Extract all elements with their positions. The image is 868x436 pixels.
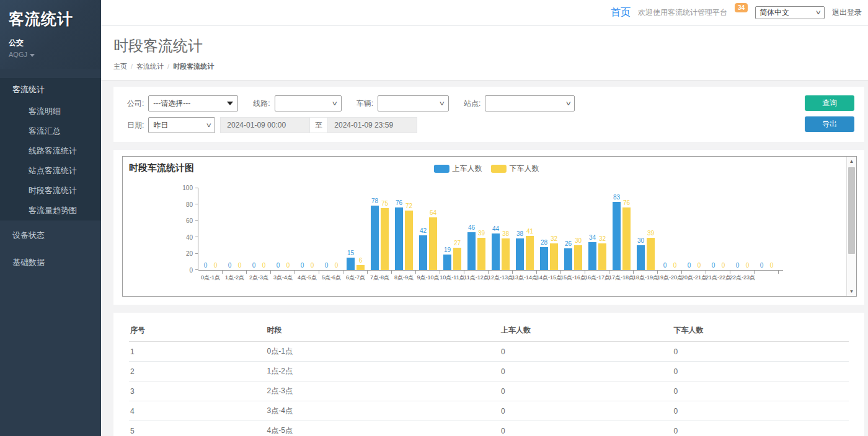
- bar[interactable]: [453, 248, 461, 270]
- table-cell: 0点-1点: [266, 342, 500, 362]
- notification-badge[interactable]: 34: [735, 3, 748, 12]
- bar-wrap: 46: [467, 224, 476, 270]
- table-column-header: 下车人数: [673, 319, 849, 342]
- filter-row-date: 日期: 昨日 ˅ 2024-01-09 00:00 至 2024-01-09 2…: [127, 117, 575, 133]
- bar-value-label: 0: [673, 262, 677, 269]
- sidebar-subitem-0-3[interactable]: 站点客流统计: [0, 161, 101, 181]
- x-axis-label: 7点-8点: [370, 274, 389, 282]
- bar-value-label: 75: [381, 200, 388, 207]
- sidebar-subitem-0-4[interactable]: 时段客流统计: [0, 181, 101, 201]
- x-axis-label: 5点-6点: [322, 274, 341, 282]
- sidebar-subitem-0-5[interactable]: 客流量趋势图: [0, 201, 101, 220]
- org-code-dropdown[interactable]: AQGJ: [9, 51, 92, 58]
- export-button[interactable]: 导出: [805, 116, 854, 132]
- bar[interactable]: [598, 243, 606, 270]
- station-label: 站点:: [464, 98, 480, 109]
- bar[interactable]: [492, 233, 500, 270]
- table-column-header: 序号: [129, 319, 266, 342]
- bar-wrap: 76: [622, 199, 631, 270]
- sidebar-item-1[interactable]: 设备状态: [0, 223, 101, 248]
- company-select-value: ---请选择---: [153, 98, 190, 109]
- sidebar-section: 客流统计客流明细客流汇总线路客流统计站点客流统计时段客流统计客流量趋势图: [0, 78, 101, 220]
- station-select[interactable]: ˅: [485, 95, 575, 111]
- bar[interactable]: [443, 255, 451, 270]
- bar-group: 443812点-13点: [489, 188, 513, 270]
- bar-group: 0022点-23点: [730, 188, 755, 270]
- bar[interactable]: [356, 265, 365, 270]
- sidebar-subitem-0-1[interactable]: 客流汇总: [0, 121, 101, 141]
- bar[interactable]: [405, 211, 413, 270]
- logout-link[interactable]: 退出登录: [832, 7, 862, 18]
- table-cell: 0: [500, 342, 673, 362]
- bar[interactable]: [477, 238, 485, 270]
- table-cell: 2: [129, 362, 266, 381]
- date-preset-select[interactable]: 昨日 ˅: [148, 117, 215, 133]
- bar[interactable]: [516, 238, 524, 270]
- bar[interactable]: [467, 232, 476, 270]
- bar[interactable]: [526, 236, 534, 270]
- bar-value-label: 39: [647, 230, 654, 237]
- bar[interactable]: [647, 238, 655, 270]
- bar-group: 192710点-11点: [440, 188, 464, 270]
- bar-value-label: 0: [663, 262, 667, 269]
- bar[interactable]: [347, 258, 355, 270]
- legend-item-1[interactable]: 下车人数: [490, 164, 539, 174]
- bar[interactable]: [550, 243, 558, 270]
- bar[interactable]: [613, 202, 621, 270]
- y-axis-tick-label: 60: [186, 217, 193, 224]
- vehicle-select[interactable]: ˅: [378, 95, 449, 111]
- bar[interactable]: [588, 242, 596, 270]
- scroll-up-arrow-icon[interactable]: ▲: [847, 157, 856, 166]
- sidebar-section: 设备状态: [0, 223, 101, 248]
- language-select[interactable]: 简体中文 ˅: [755, 6, 825, 19]
- chevron-down-icon: ˅: [440, 100, 445, 107]
- sidebar-subitem-0-2[interactable]: 线路客流统计: [0, 141, 101, 161]
- bar[interactable]: [429, 217, 437, 270]
- scrollbar-thumb[interactable]: [848, 167, 855, 254]
- x-axis-label: 2点-3点: [249, 274, 268, 282]
- bar[interactable]: [381, 208, 389, 270]
- bar[interactable]: [564, 248, 572, 270]
- bar[interactable]: [574, 245, 582, 270]
- bar-wrap: 0: [768, 262, 776, 270]
- bar[interactable]: [371, 206, 379, 270]
- line-select[interactable]: ˅: [275, 95, 342, 111]
- bar-value-label: 0: [325, 262, 329, 269]
- date-end-input[interactable]: 2024-01-09 23:59: [327, 117, 417, 133]
- bar-chart-plot: 020406080100000点-1点001点-2点002点-3点003点-4点…: [198, 188, 779, 270]
- scroll-down-arrow-icon[interactable]: ▼: [847, 287, 856, 296]
- bar-group: 004点-5点: [295, 188, 319, 270]
- breadcrumb-separator: /: [131, 63, 133, 70]
- bar-value-label: 78: [371, 198, 378, 204]
- sidebar-subitem-0-0[interactable]: 客流明细: [0, 102, 101, 121]
- bar-wrap: 83: [613, 194, 621, 270]
- home-link[interactable]: 首页: [611, 6, 631, 19]
- bar[interactable]: [502, 238, 510, 270]
- bar-value-label: 0: [698, 262, 701, 269]
- legend-item-0[interactable]: 上车人数: [433, 164, 482, 174]
- bar-wrap: 38: [502, 230, 510, 270]
- x-axis-label: 14点-15点: [536, 274, 562, 282]
- date-start-input[interactable]: 2024-01-09 00:00: [220, 117, 310, 133]
- breadcrumb-item[interactable]: 主页: [113, 63, 127, 70]
- sidebar-item-2[interactable]: 基础数据: [0, 250, 101, 275]
- bar-wrap: 0: [743, 262, 751, 270]
- bar-wrap: 0: [322, 262, 330, 270]
- chart-vertical-scrollbar[interactable]: ▲ ▼: [846, 157, 856, 296]
- bar[interactable]: [419, 235, 427, 270]
- bar[interactable]: [395, 207, 403, 270]
- bar-value-label: 0: [712, 262, 715, 269]
- bar-group: 42649点-10点: [416, 188, 440, 270]
- bar-group: 000点-1点: [198, 188, 223, 270]
- bar-value-label: 0: [746, 262, 750, 269]
- bar[interactable]: [622, 207, 631, 270]
- bar[interactable]: [637, 245, 645, 270]
- sidebar-item-parent-0[interactable]: 客流统计: [0, 78, 101, 102]
- bar[interactable]: [540, 247, 548, 270]
- bar-wrap: 0: [250, 262, 258, 270]
- table-cell: 4: [129, 401, 266, 421]
- breadcrumb-item[interactable]: 客流统计: [136, 63, 164, 70]
- bar-wrap: 0: [284, 262, 292, 270]
- company-select[interactable]: ---请选择---: [148, 95, 238, 111]
- query-button[interactable]: 查询: [805, 95, 854, 111]
